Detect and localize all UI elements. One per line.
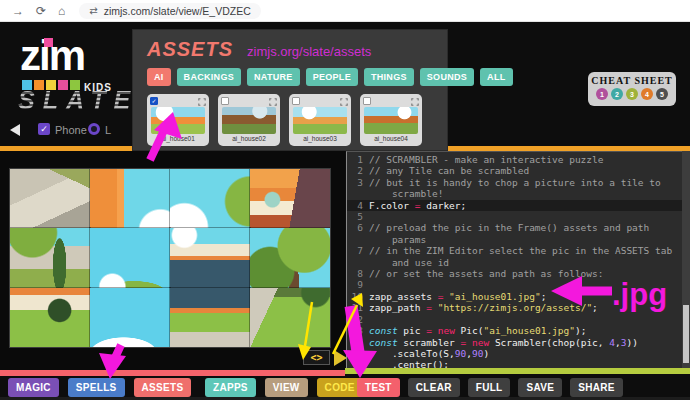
spells-button[interactable]: SPELLS: [68, 378, 125, 397]
code-line[interactable]: 13const pic = new Pic("ai_house01.jpg");: [347, 325, 690, 336]
thumbnail-header: ✓: [150, 96, 206, 105]
puzzle-tile[interactable]: [10, 228, 90, 287]
code-line[interactable]: 5: [347, 211, 690, 222]
category-button-people[interactable]: PEOPLE: [306, 68, 358, 86]
category-button-things[interactable]: THINGS: [364, 68, 414, 86]
clear-button[interactable]: CLEAR: [408, 378, 460, 397]
puzzle-tile[interactable]: [90, 169, 170, 228]
magic-button[interactable]: MAGIC: [8, 378, 59, 397]
category-button-all[interactable]: ALL: [480, 68, 512, 86]
expand-icon[interactable]: [340, 92, 348, 110]
editor-scrollbar-thumb[interactable]: [683, 305, 689, 363]
code-line[interactable]: 7// in the ZIM Editor select the pic in …: [347, 245, 690, 256]
code-line[interactable]: 11zapp_path = "https://zimjs.org/assets/…: [347, 302, 690, 313]
code-line[interactable]: 14const scrambler = new Scrambler(chop(p…: [347, 337, 690, 348]
code-line[interactable]: 1// SCRAMBLER - make an interactive puzz…: [347, 154, 690, 165]
cheat-number-badge[interactable]: 4: [641, 88, 653, 100]
cheat-number-badge[interactable]: 3: [626, 88, 638, 100]
size-radio[interactable]: [88, 123, 100, 135]
thumbnail-label: ai_house03: [292, 135, 348, 142]
puzzle-tile[interactable]: [10, 169, 90, 228]
code-line[interactable]: and use id: [347, 257, 690, 268]
puzzle-tile[interactable]: [250, 169, 330, 228]
cheat-sheet-badge[interactable]: CHEAT SHEET 12345: [588, 72, 676, 106]
thumbnail-checkbox[interactable]: [363, 97, 371, 105]
code-line[interactable]: 8// or set the assets and path as follow…: [347, 268, 690, 279]
scrambled-picture[interactable]: [10, 169, 330, 347]
category-button-nature[interactable]: NATURE: [247, 68, 300, 86]
thumbnail-checkbox[interactable]: [221, 97, 229, 105]
toolbar-group-right: TESTCLEARFULLSAVESHARE: [357, 378, 623, 397]
asset-thumbnail-ai_house04[interactable]: ai_house04: [360, 94, 422, 146]
home-icon[interactable]: ⌂: [58, 0, 65, 22]
save-button[interactable]: SAVE: [518, 378, 562, 397]
thumbnail-checkbox[interactable]: [292, 97, 300, 105]
zim-logo: zim KIDS: [20, 36, 84, 76]
assets-panel-link[interactable]: zimjs.org/slate/assets: [247, 44, 371, 59]
puzzle-tile[interactable]: [250, 228, 330, 287]
expand-icon[interactable]: [411, 92, 419, 110]
category-button-sounds[interactable]: SOUNDS: [420, 68, 474, 86]
asset-thumbnail-ai_house03[interactable]: ai_house03: [289, 94, 351, 146]
code-text: // or set the assets and path as follows…: [369, 268, 604, 279]
zim-logo-dot: [44, 38, 53, 47]
code-line[interactable]: .center();: [347, 359, 690, 368]
puzzle-tile[interactable]: [170, 228, 250, 287]
code-line[interactable]: params: [347, 234, 690, 245]
thumbnail-image[interactable]: [364, 107, 418, 134]
forward-icon[interactable]: →: [12, 0, 24, 22]
phone-checkbox[interactable]: ✓: [38, 123, 50, 135]
slate-wordmark: SLATE: [18, 86, 138, 115]
code-line[interactable]: 4F.color = darker;: [347, 200, 690, 211]
thumbnail-checkbox[interactable]: ✓: [150, 97, 158, 105]
asset-thumbnail-ai_house02[interactable]: ai_house02: [218, 94, 280, 146]
code-button[interactable]: CODE: [317, 378, 363, 397]
code-token: Pic(: [455, 325, 484, 336]
url-text[interactable]: zimjs.com/slate/view/E_VDZEC: [104, 5, 251, 17]
assets-panel: ASSETS zimjs.org/slate/assets AIBACKINGS…: [133, 30, 447, 150]
editor-scrollbar[interactable]: [682, 151, 690, 368]
code-line[interactable]: 12: [347, 314, 690, 325]
code-line[interactable]: .scaleTo(S,90,90): [347, 348, 690, 359]
test-button[interactable]: TEST: [357, 378, 400, 397]
code-line[interactable]: 6// preload the pic in the Frame() asset…: [347, 222, 690, 233]
expand-icon[interactable]: [269, 92, 277, 110]
share-button[interactable]: SHARE: [570, 378, 623, 397]
view-code-button[interactable]: <>: [303, 350, 330, 365]
address-bar[interactable]: ⇄ zimjs.com/slate/view/E_VDZEC: [79, 3, 260, 19]
expand-icon[interactable]: [198, 92, 206, 110]
code-token: "ai_house01.jpg": [483, 325, 575, 336]
cheat-number-badge[interactable]: 1: [596, 88, 608, 100]
asset-thumbnail-ai_house01[interactable]: ✓ai_house01: [147, 94, 209, 146]
thumbnail-image[interactable]: [151, 107, 205, 134]
code-line[interactable]: 9: [347, 279, 690, 290]
category-button-backings[interactable]: BACKINGS: [177, 68, 241, 86]
code-token: darker;: [421, 200, 467, 211]
puzzle-tile[interactable]: [90, 288, 170, 347]
zapps-button[interactable]: ZAPPS: [205, 378, 256, 397]
cheat-number-badge[interactable]: 5: [656, 88, 668, 100]
code-editor[interactable]: 1// SCRAMBLER - make an interactive puzz…: [346, 151, 690, 368]
puzzle-tile[interactable]: [250, 288, 330, 347]
code-line[interactable]: scramble!: [347, 188, 690, 199]
view-button[interactable]: VIEW: [265, 378, 308, 397]
thumbnail-image[interactable]: [293, 107, 347, 134]
code-token: "https://zimjs.org/assets/": [438, 302, 592, 313]
cheat-number-badge[interactable]: 2: [611, 88, 623, 100]
assets-button[interactable]: ASSETS: [134, 378, 192, 397]
refresh-icon[interactable]: ⟳: [36, 0, 46, 22]
full-button[interactable]: FULL: [468, 378, 511, 397]
puzzle-tile[interactable]: [170, 169, 250, 228]
collapse-left-icon[interactable]: [10, 124, 20, 136]
code-text: F.color = darker;: [369, 200, 466, 211]
puzzle-tile[interactable]: [90, 228, 170, 287]
line-number: 13: [347, 325, 369, 336]
thumbnail-image[interactable]: [222, 107, 276, 134]
code-line[interactable]: 3// but it is handy to chop a picture in…: [347, 177, 690, 188]
code-line[interactable]: 10zapp_assets = "ai_house01.jpg";: [347, 291, 690, 302]
code-token: pic: [398, 325, 427, 336]
puzzle-tile[interactable]: [170, 288, 250, 347]
puzzle-tile[interactable]: [10, 288, 90, 347]
category-button-ai[interactable]: AI: [147, 68, 171, 86]
code-line[interactable]: 2// any Tile can be scrambled: [347, 165, 690, 176]
